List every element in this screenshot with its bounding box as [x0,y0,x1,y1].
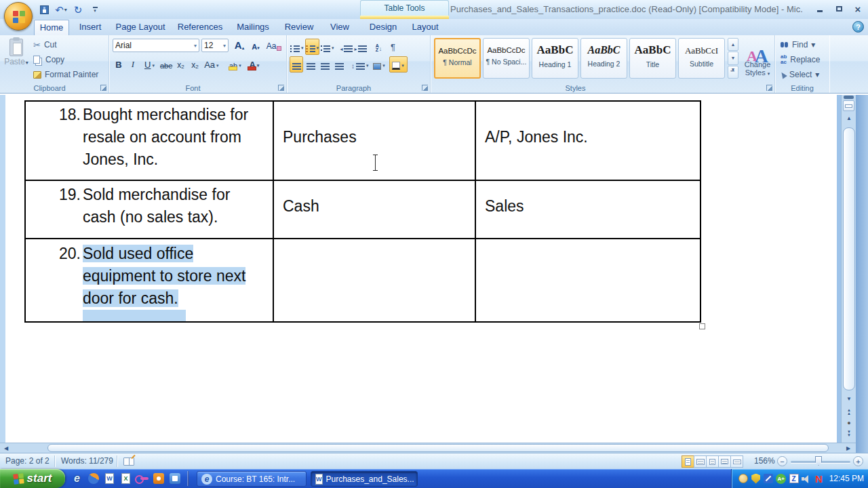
table-cell-credit-20[interactable] [476,239,700,321]
split-handle[interactable] [844,96,854,99]
styles-gallery-more-icon[interactable]: ▼▔ [728,66,738,79]
align-right-button[interactable] [318,56,332,73]
table-cell-desc-19[interactable]: 19.Sold merchandise for cash (no sales t… [26,181,274,239]
table-resize-handle[interactable] [699,323,705,329]
horizontal-scrollbar[interactable]: ◀ ▶ [0,443,856,453]
previous-page-icon[interactable]: ▲▲ [843,407,855,417]
tab-page-layout[interactable]: Page Layout [111,20,170,35]
zonealarm-tray-icon[interactable]: Z [789,473,798,484]
cut-button[interactable]: ✂ Cut [33,38,57,52]
table-cell-credit-19[interactable]: Sales [476,181,700,239]
bullets-button[interactable]: ▾ [290,39,304,55]
change-styles-button[interactable]: AA Change Styles ▾ [741,37,774,90]
grow-font-button[interactable]: A▴ [231,39,248,52]
font-size-select[interactable]: 12▾ [201,39,229,52]
office-button[interactable] [4,2,33,30]
font-dialog-launcher-icon[interactable] [278,85,284,91]
page-indicator[interactable]: Page: 2 of 2 [5,456,50,466]
align-left-button[interactable] [290,56,303,73]
style-normal[interactable]: AaBbCcDc ¶ Normal [434,38,481,79]
vertical-scrollbar[interactable]: ▲ ▼ ▲▲ ● ▼▼ [841,95,856,443]
select-button[interactable]: Select▾ [781,68,819,81]
tab-view[interactable]: View [323,20,357,35]
bold-button[interactable]: B [112,56,125,73]
excel-icon[interactable]: X [119,472,132,485]
line-spacing-button[interactable]: ↕▾ [351,56,370,73]
tab-layout[interactable]: Layout [406,20,445,35]
change-case-button[interactable]: Aa▾ [202,56,220,73]
font-name-select[interactable]: Arial▾ [113,39,199,52]
outline-view-icon[interactable] [718,455,731,468]
multilevel-list-button[interactable]: ▾ [320,39,335,55]
print-layout-view-icon[interactable] [682,455,694,468]
table-cell-desc-20[interactable]: 20.Sold used office equipment to store n… [26,239,274,321]
tab-design[interactable]: Design [363,20,403,35]
a-plus-tray-icon[interactable]: A+ [776,473,786,484]
view-ruler-toggle-icon[interactable] [843,100,854,111]
messenger-tray-icon[interactable] [738,473,748,484]
vertical-scroll-thumb[interactable] [843,127,855,390]
redo-icon[interactable]: ↻ [72,3,84,16]
style-subtitle[interactable]: AaBbCcI Subtitle [678,38,725,79]
start-button[interactable]: start [0,469,65,488]
scroll-down-icon[interactable]: ▼ [843,393,855,404]
styles-scroll-down-icon[interactable]: ▼ [728,52,738,64]
justify-button[interactable] [332,56,346,73]
sort-button[interactable]: AZ↓ [372,39,386,55]
word-icon[interactable]: W [103,472,116,485]
horizontal-scroll-thumb[interactable] [47,444,829,452]
windows-app-icon[interactable] [168,472,181,485]
underline-button[interactable]: U▾ [140,56,159,73]
zoom-slider-thumb[interactable] [815,456,822,466]
document-page[interactable]: 18.Bought merchandise for resale on acco… [5,95,837,443]
save-icon[interactable] [38,3,50,16]
select-browse-object-icon[interactable]: ● [843,418,855,428]
table-cell-credit-18[interactable]: A/P, Jones Inc. [476,102,700,181]
shading-button[interactable]: ▾ [370,56,389,73]
task-button-word-doc[interactable]: W Purchases_and_Sales... [311,471,418,487]
restore-button[interactable] [833,4,845,14]
increase-indent-button[interactable]: ▸ [354,39,368,55]
font-color-button[interactable]: A▾ [245,56,263,73]
customize-qat-icon[interactable]: ▾ [89,3,101,16]
draft-view-icon[interactable] [730,455,743,468]
table-cell-desc-18[interactable]: 18.Bought merchandise for resale on acco… [26,102,274,181]
copy-button[interactable]: Copy [33,53,64,66]
tab-home[interactable]: Home [34,20,69,35]
replace-button[interactable]: abac Replace [781,53,820,66]
shield-tray-icon[interactable] [751,473,760,484]
subscript-button[interactable]: x2 [174,56,187,73]
word-count[interactable]: Words: 11/279 [61,456,113,466]
full-screen-reading-view-icon[interactable] [694,455,707,468]
superscript-button[interactable]: x2 [188,56,201,73]
table-cell-debit-20[interactable] [274,239,476,321]
style-title[interactable]: AaBbC Title [629,38,676,79]
styles-dialog-launcher-icon[interactable] [766,85,772,91]
style-heading-2[interactable]: AaBbC Heading 2 [580,38,627,79]
paste-button[interactable]: Paste▾ [3,37,29,82]
scroll-left-icon[interactable]: ◀ [1,444,11,453]
borders-button[interactable]: ▾ [389,56,408,73]
paragraph-dialog-launcher-icon[interactable] [422,85,428,91]
web-layout-view-icon[interactable] [706,455,719,468]
strikethrough-button[interactable]: abe [159,56,173,73]
find-button[interactable]: Find▾ [781,38,815,52]
help-icon[interactable]: ? [852,21,864,33]
tab-references[interactable]: References [172,20,228,35]
norton-tray-icon[interactable]: N [814,473,823,484]
highlight-color-button[interactable]: ab▾ [226,56,244,73]
tools-tray-icon[interactable] [764,473,773,484]
internet-explorer-icon[interactable]: e [71,472,83,485]
style-no-spacing[interactable]: AaBbCcDc ¶ No Spaci... [483,38,530,79]
clipboard-dialog-launcher-icon[interactable] [100,85,106,91]
zoom-in-icon[interactable]: + [853,456,863,466]
decrease-indent-button[interactable]: ◂ [340,39,353,55]
numbering-button[interactable]: ▾ [305,39,320,55]
styles-scroll-up-icon[interactable]: ▲ [728,38,738,51]
shrink-font-button[interactable]: A▾ [249,39,262,52]
scroll-up-icon[interactable]: ▲ [843,113,855,123]
task-button-browser[interactable]: e Course: BT 165: Intr... [197,471,307,487]
undo-icon[interactable]: ↶▾ [55,3,67,16]
tab-insert[interactable]: Insert [72,20,108,35]
table-cell-debit-19[interactable]: Cash [274,181,476,239]
